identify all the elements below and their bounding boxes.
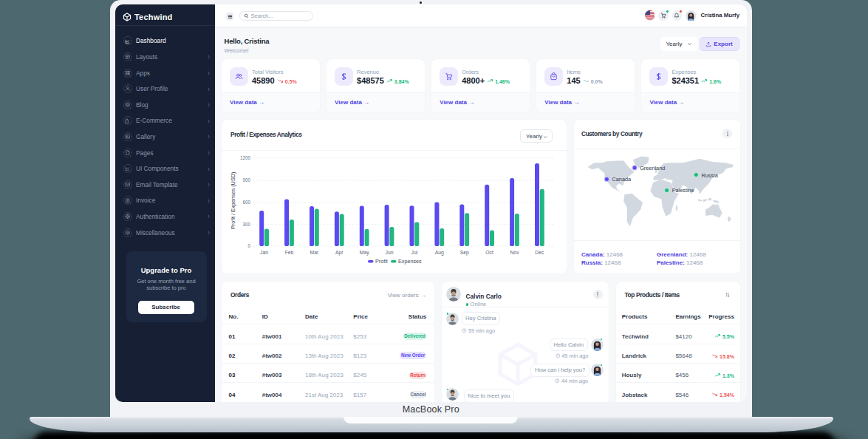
svg-text:600: 600 — [242, 200, 250, 205]
svg-text:Nov: Nov — [510, 250, 519, 255]
svg-text:Aug: Aug — [435, 250, 444, 256]
svg-text:Jun: Jun — [386, 250, 394, 255]
svg-text:Dec: Dec — [535, 250, 544, 255]
svg-text:Mar: Mar — [310, 250, 319, 255]
svg-text:Jul: Jul — [411, 250, 418, 255]
svg-text:300: 300 — [242, 222, 250, 227]
svg-text:Canada: Canada — [612, 176, 632, 183]
svg-text:Greenland: Greenland — [640, 165, 665, 171]
svg-text:Expenses: Expenses — [398, 258, 422, 265]
svg-text:Feb: Feb — [285, 250, 294, 255]
svg-text:Profit / Expenses (USD): Profit / Expenses (USD) — [230, 172, 236, 229]
svg-text:Palestine: Palestine — [671, 187, 694, 194]
svg-text:Profit: Profit — [375, 258, 388, 265]
svg-text:0: 0 — [247, 243, 250, 248]
svg-text:900: 900 — [242, 177, 250, 183]
svg-text:May: May — [360, 250, 369, 256]
svg-text:Apr: Apr — [335, 250, 344, 256]
svg-text:1200: 1200 — [240, 155, 251, 160]
svg-text:Sep: Sep — [460, 250, 469, 256]
svg-text:Oct: Oct — [485, 250, 493, 255]
svg-text:Jan: Jan — [260, 250, 268, 255]
svg-text:Russia: Russia — [701, 172, 718, 179]
